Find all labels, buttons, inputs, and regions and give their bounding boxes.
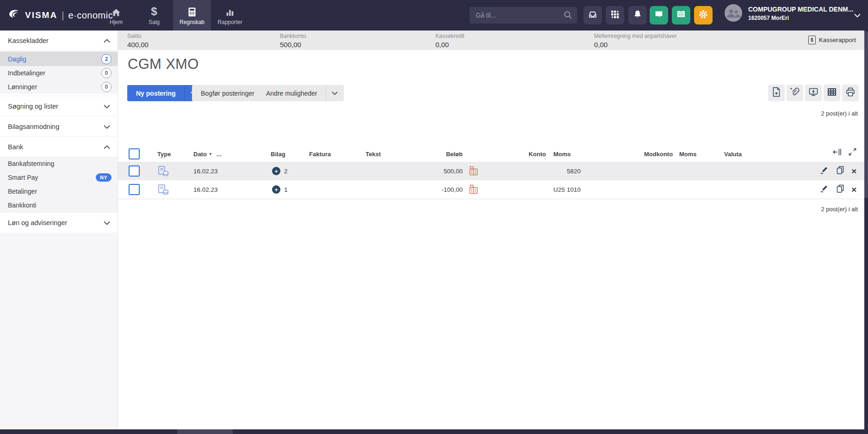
count-badge: 0: [101, 68, 112, 78]
settings-button[interactable]: [694, 6, 713, 24]
summary-label: Bankkonto: [280, 33, 306, 39]
collapse-columns-icon[interactable]: [832, 148, 842, 158]
search-icon[interactable]: [563, 10, 573, 22]
cash-register-icon[interactable]: [468, 180, 479, 199]
import-button[interactable]: [805, 85, 822, 101]
new-posting-button[interactable]: Ny postering: [127, 90, 185, 97]
button-label: Bogfør posteringer: [201, 90, 254, 97]
col-belob[interactable]: Beløb: [446, 151, 463, 158]
col-tekst[interactable]: Tekst: [366, 151, 381, 158]
inbox-button[interactable]: [583, 6, 602, 24]
summary-label: Mellemregning med anpartshaver: [594, 33, 677, 39]
horizontal-scrollbar-thumb[interactable]: [177, 429, 233, 434]
brand-divider: |: [62, 10, 64, 21]
col-moms[interactable]: Moms: [553, 151, 571, 158]
table-row[interactable]: 16.02.23 + 2 500,00 5820 ✕: [118, 162, 864, 180]
sidebar-item-bankafstemning[interactable]: Bankafstemning: [0, 157, 118, 171]
record-count-top: 2 post(er) i alt: [821, 110, 858, 117]
tab-label: Salg: [149, 19, 160, 25]
sidebar-footer-area: [0, 232, 118, 429]
delete-icon[interactable]: ✕: [851, 186, 857, 193]
col-konto[interactable]: Konto: [528, 151, 546, 158]
book-postings-button[interactable]: Bogfør posteringer: [192, 85, 263, 101]
paperclip-sparkle-icon: [789, 86, 800, 99]
col-moms2[interactable]: Moms: [679, 151, 697, 158]
chevron-down-icon: [104, 123, 110, 130]
horizontal-scrollbar[interactable]: [0, 429, 868, 434]
edit-icon[interactable]: [819, 184, 830, 195]
row-bilag[interactable]: + 1: [272, 180, 288, 199]
attachments-button[interactable]: [787, 85, 803, 101]
delete-icon[interactable]: ✕: [851, 168, 857, 175]
sidebar-item-smart-pay[interactable]: Smart Pay NY: [0, 171, 118, 184]
new-document-icon: [771, 86, 781, 99]
summary-saldo: Saldo 400,00: [127, 33, 149, 49]
table-layout-button[interactable]: [824, 85, 840, 101]
account-info[interactable]: COMPUGROUP MEDICAL DENM... 1620057 MorEr…: [748, 6, 853, 21]
attachment-plus-icon[interactable]: +: [272, 185, 280, 194]
col-valuta[interactable]: Valuta: [724, 151, 742, 158]
summary-mellemregning: Mellemregning med anpartshaver 0,00: [594, 33, 677, 49]
tab-regnskab[interactable]: Regnskab: [173, 0, 211, 31]
other-options-button[interactable]: Andre muligheder: [258, 90, 326, 97]
col-faktura[interactable]: Faktura: [309, 151, 331, 158]
tab-hjem[interactable]: Hjem: [97, 0, 135, 31]
vertical-scrollbar[interactable]: [864, 31, 868, 434]
row-checkbox[interactable]: [129, 165, 140, 177]
summary-value: 0,00: [594, 41, 677, 49]
col-bilag[interactable]: Bilag: [271, 151, 285, 158]
sidebar-item-indbetalinger[interactable]: Indbetalinger 0: [0, 66, 118, 80]
apps-button[interactable]: [606, 6, 624, 24]
print-button[interactable]: [842, 85, 859, 101]
other-options-dropdown[interactable]: [326, 92, 344, 95]
sidebar-item-lonninger[interactable]: Lønninger 0: [0, 80, 118, 94]
kasserapport-link[interactable]: $ Kasserapport: [808, 36, 856, 44]
sidebar-group-kassekladder[interactable]: Kassekladder: [0, 31, 118, 50]
table-row[interactable]: 16.02.23 + 1 -100,00 1010 U25 ✕: [118, 180, 864, 199]
sidebar-item-bankkonti[interactable]: Bankkonti: [0, 198, 118, 212]
item-label: Daglig: [8, 55, 26, 63]
search-input[interactable]: [470, 7, 564, 24]
help-book-button[interactable]: [672, 6, 690, 24]
edit-icon[interactable]: [819, 165, 830, 177]
printer-icon: [845, 86, 856, 99]
tab-label: Regnskab: [180, 19, 205, 25]
tab-rapporter[interactable]: Rapporter: [211, 0, 249, 31]
tab-salg[interactable]: $ Salg: [135, 0, 173, 31]
open-book-icon: [676, 9, 687, 21]
col-dato[interactable]: Dato▼...: [193, 151, 222, 158]
group-label: Bank: [8, 143, 23, 151]
group-label: Søgning og lister: [8, 103, 58, 110]
copy-icon[interactable]: [836, 184, 845, 196]
vertical-scrollbar-thumb[interactable]: [864, 31, 868, 198]
sidebar-group-bilagsanmodning[interactable]: Bilagsanmodning: [0, 116, 118, 136]
apps-grid-icon: [610, 10, 620, 21]
sidebar-group-lon[interactable]: Løn og adviseringer: [0, 212, 118, 232]
copy-icon[interactable]: [836, 165, 845, 177]
summary-bankkonto: Bankkonto 500,00: [280, 33, 306, 49]
notifications-button[interactable]: [628, 6, 647, 24]
chat-bubble-icon: [654, 9, 664, 21]
row-bilag[interactable]: + 2: [272, 162, 288, 180]
journal-summary-bar: Saldo 400,00 Bankkonto 500,00 Kassekredi…: [118, 31, 868, 50]
column-options[interactable]: ...: [217, 151, 222, 158]
new-document-button[interactable]: [768, 85, 785, 101]
item-label: Indbetalinger: [8, 69, 45, 77]
col-modkonto[interactable]: Modkonto: [644, 151, 673, 158]
attachment-plus-icon[interactable]: +: [272, 167, 280, 175]
chat-button[interactable]: [650, 6, 668, 24]
cash-register-icon[interactable]: [468, 162, 479, 180]
sidebar-item-daglig[interactable]: Daglig 2: [0, 52, 118, 66]
account-chevron-down-icon[interactable]: [854, 11, 861, 19]
col-type[interactable]: Type: [157, 151, 171, 158]
select-all-checkbox[interactable]: [129, 148, 140, 159]
global-search: [470, 7, 577, 24]
sidebar-item-betalinger[interactable]: Betalinger: [0, 184, 118, 198]
chevron-up-icon: [104, 143, 110, 151]
avatar[interactable]: [725, 4, 742, 22]
expand-table-icon[interactable]: [848, 147, 857, 158]
row-checkbox[interactable]: [129, 184, 140, 195]
sidebar-group-bank[interactable]: Bank: [0, 136, 118, 157]
sidebar-group-sogning[interactable]: Søgning og lister: [0, 96, 118, 116]
item-label: Smart Pay: [8, 174, 38, 181]
